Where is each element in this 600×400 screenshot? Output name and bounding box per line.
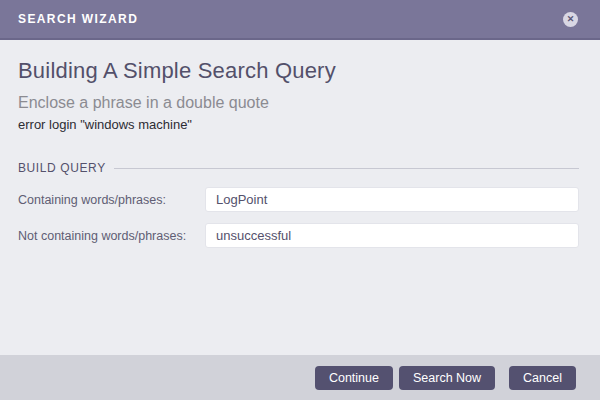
not-containing-words-input[interactable] <box>205 223 579 248</box>
containing-words-label: Containing words/phrases: <box>18 193 205 207</box>
not-containing-words-label: Not containing words/phrases: <box>18 229 205 243</box>
close-icon: ✕ <box>567 15 575 24</box>
page-title: Building A Simple Search Query <box>18 58 579 84</box>
form-row-not-containing: Not containing words/phrases: <box>18 223 579 248</box>
form-row-containing: Containing words/phrases: <box>18 187 579 212</box>
search-wizard-dialog: SEARCH WIZARD ✕ Building A Simple Search… <box>0 0 600 400</box>
section-divider <box>114 168 579 169</box>
dialog-title: SEARCH WIZARD <box>18 12 138 26</box>
containing-words-input[interactable] <box>205 187 579 212</box>
example-query-text: error login "windows machine" <box>18 117 579 132</box>
query-form: Containing words/phrases: Not containing… <box>18 187 579 248</box>
dialog-header: SEARCH WIZARD ✕ <box>0 0 600 40</box>
build-query-section-header: BUILD QUERY <box>18 161 579 175</box>
build-query-label: BUILD QUERY <box>18 161 106 175</box>
close-button[interactable]: ✕ <box>563 12 578 27</box>
search-now-button[interactable]: Search Now <box>399 366 495 390</box>
dialog-body: Building A Simple Search Query Enclose a… <box>0 40 600 355</box>
dialog-footer: Continue Search Now Cancel <box>0 355 600 400</box>
continue-button[interactable]: Continue <box>315 366 393 390</box>
subtitle: Enclose a phrase in a double quote <box>18 94 579 112</box>
cancel-button[interactable]: Cancel <box>509 366 576 390</box>
